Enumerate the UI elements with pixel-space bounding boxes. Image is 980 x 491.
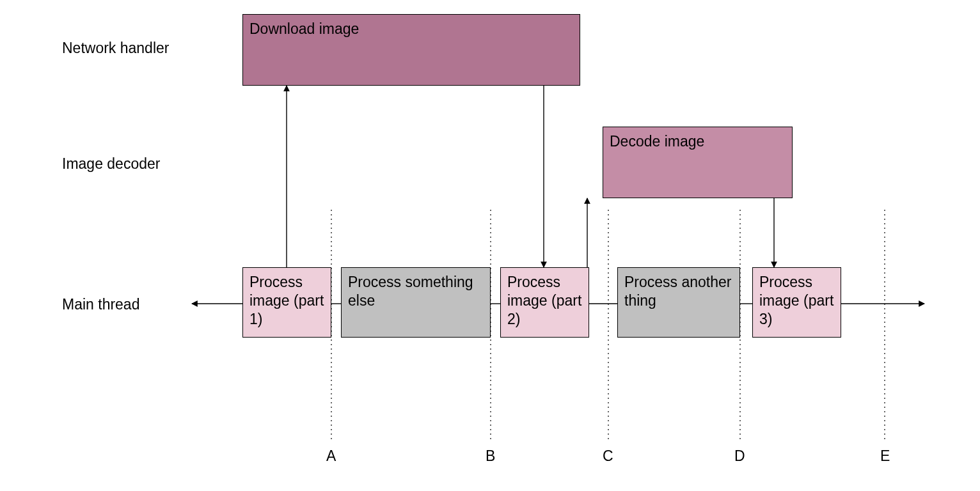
time-marker-b: B — [486, 448, 495, 465]
time-marker-e: E — [880, 448, 890, 465]
box-process-something-else: Process something else — [341, 267, 491, 338]
box-process-image-part3: Process image (part 3) — [752, 267, 841, 338]
box-decode-image: Decode image — [603, 127, 793, 198]
box-process-another-thing: Process another thing — [617, 267, 740, 338]
diagram-canvas: Network handler Image decoder Main threa… — [0, 0, 980, 491]
time-marker-c: C — [603, 448, 613, 465]
box-process-image-part2: Process image (part 2) — [500, 267, 589, 338]
lane-label-decoder: Image decoder — [62, 155, 160, 173]
time-marker-a: A — [326, 448, 336, 465]
time-marker-d: D — [734, 448, 745, 465]
lane-label-main: Main thread — [62, 296, 139, 313]
box-download-image: Download image — [242, 14, 580, 86]
box-process-image-part1: Process image (part 1) — [242, 267, 331, 338]
lane-label-network: Network handler — [62, 40, 169, 57]
